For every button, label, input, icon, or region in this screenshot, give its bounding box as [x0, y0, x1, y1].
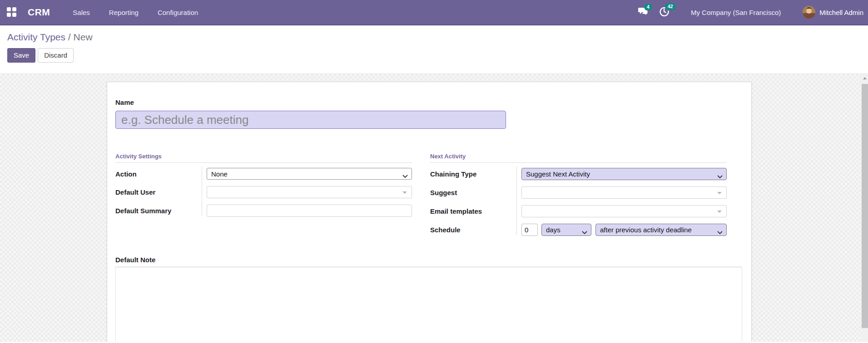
default-user-input[interactable]	[207, 186, 412, 198]
user-menu[interactable]: Mitchell Admin	[819, 9, 863, 16]
default-note-editor[interactable]	[115, 267, 742, 342]
chevron-down-icon	[717, 228, 723, 236]
activity-clock-icon	[659, 10, 669, 18]
default-user-row: Default User	[115, 186, 412, 198]
chevron-down-icon	[582, 228, 587, 236]
schedule-trigger-value: after previous activity deadline	[600, 226, 692, 234]
form-sheet: Name Activity Settings Action None	[107, 82, 752, 342]
topbar-systray: 4 42 My Company (San Francisco) Mitchell…	[638, 6, 868, 19]
user-avatar[interactable]	[803, 6, 815, 19]
breadcrumb-activity-types[interactable]: Activity Types	[7, 32, 65, 42]
schedule-interval-input[interactable]	[521, 224, 538, 236]
apps-menu-icon[interactable]	[7, 7, 17, 17]
breadcrumb-current: New	[74, 32, 93, 42]
group-separator-line	[202, 167, 202, 216]
messages-icon	[638, 10, 648, 17]
chaining-type-row: Chaining Type Suggest Next Activity	[430, 168, 727, 180]
email-templates-label: Email templates	[430, 207, 516, 215]
group-activity-settings: Activity Settings Action None	[115, 153, 412, 242]
email-templates-input[interactable]	[521, 205, 727, 217]
suggest-input[interactable]	[521, 186, 727, 199]
dropdown-caret-icon	[717, 192, 722, 194]
save-button[interactable]: Save	[7, 48, 35, 63]
chaining-type-select[interactable]: Suggest Next Activity	[521, 168, 727, 180]
discard-button[interactable]: Discard	[38, 48, 74, 63]
messages-button[interactable]: 4	[638, 7, 648, 18]
group-next-activity: Next Activity Chaining Type Suggest Next…	[430, 153, 727, 242]
dropdown-caret-icon	[717, 211, 722, 213]
suggest-label: Suggest	[430, 189, 516, 196]
schedule-trigger-select[interactable]: after previous activity deadline	[595, 224, 727, 236]
chaining-type-label: Chaining Type	[430, 170, 516, 178]
name-field-label: Name	[115, 98, 742, 106]
group-separator-line	[516, 167, 517, 235]
action-label: Action	[115, 170, 202, 178]
dropdown-caret-icon	[402, 191, 407, 194]
menu-configuration[interactable]: Configuration	[158, 9, 198, 16]
menu-reporting[interactable]: Reporting	[109, 9, 139, 16]
chevron-down-icon	[717, 172, 723, 180]
suggest-row: Suggest	[430, 186, 727, 199]
control-panel-buttons: Save Discard	[7, 48, 861, 63]
app-brand[interactable]: CRM	[28, 7, 50, 18]
breadcrumb: Activity Types / New	[7, 32, 861, 43]
control-panel: Activity Types / New Save Discard	[0, 25, 868, 74]
action-select-value: None	[211, 170, 228, 178]
next-activity-title: Next Activity	[430, 153, 727, 163]
default-summary-row: Default Summary	[115, 205, 412, 217]
scrollbar-up-arrow-icon[interactable]	[863, 77, 867, 79]
schedule-label: Schedule	[430, 226, 516, 234]
company-switcher[interactable]: My Company (San Francisco)	[691, 9, 781, 16]
action-select[interactable]: None	[207, 168, 412, 180]
schedule-unit-select[interactable]: days	[541, 224, 591, 236]
action-row: Action None	[115, 168, 412, 180]
scrollbar-thumb[interactable]	[862, 84, 868, 328]
vertical-scrollbar[interactable]	[862, 74, 868, 342]
form-view-background: Name Activity Settings Action None	[0, 74, 868, 342]
activities-button[interactable]: 42	[659, 6, 669, 18]
messages-count-badge: 4	[644, 4, 652, 10]
default-note-label: Default Note	[115, 256, 742, 264]
breadcrumb-separator: /	[68, 32, 71, 42]
default-user-label: Default User	[115, 188, 202, 196]
chevron-down-icon	[402, 172, 408, 180]
schedule-unit-value: days	[546, 226, 560, 234]
form-groups: Activity Settings Action None	[115, 153, 742, 242]
name-input[interactable]	[115, 111, 506, 129]
default-summary-input[interactable]	[207, 205, 412, 217]
chaining-type-select-value: Suggest Next Activity	[526, 170, 590, 178]
menu-sales[interactable]: Sales	[73, 9, 90, 16]
activities-count-badge: 42	[665, 3, 676, 10]
top-navbar: CRM Sales Reporting Configuration 4 42	[0, 0, 868, 25]
email-templates-row: Email templates	[430, 205, 727, 217]
main-menu: Sales Reporting Configuration	[73, 9, 217, 16]
default-summary-label: Default Summary	[115, 207, 202, 215]
schedule-row: Schedule days after previous activity de…	[430, 224, 727, 236]
activity-settings-title: Activity Settings	[115, 153, 412, 163]
